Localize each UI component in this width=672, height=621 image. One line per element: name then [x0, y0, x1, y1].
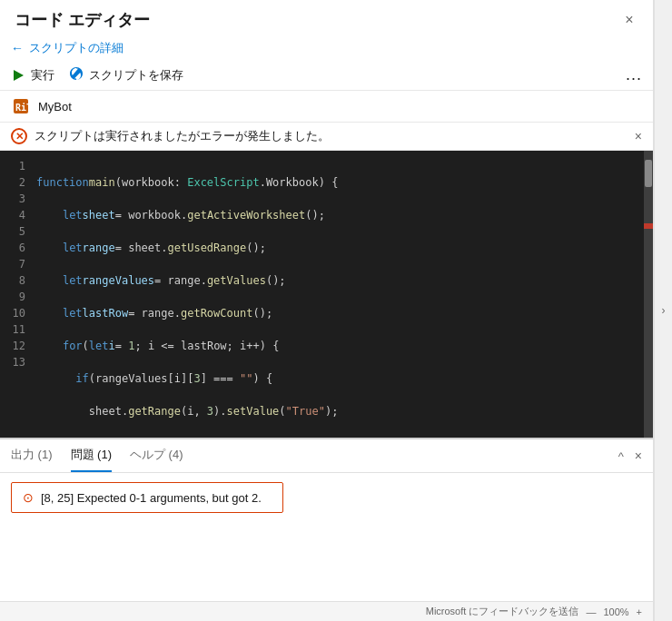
script-name-row: RiT MyBot — [0, 91, 653, 123]
toggle-arrow-icon: › — [662, 304, 666, 317]
bottom-close-button[interactable]: × — [635, 448, 642, 463]
toolbar: 実行 スクリプトを保存 ... — [0, 60, 653, 91]
error-banner-close[interactable]: × — [635, 129, 642, 143]
scrollbar-thumb[interactable] — [645, 160, 652, 187]
error-item-icon: ⊙ — [23, 490, 34, 505]
tab-output[interactable]: 出力 (1) — [11, 439, 53, 472]
zoom-level: 100% — [603, 606, 628, 617]
error-banner: ✕ スクリプトは実行されましたがエラーが発生しました。 × — [0, 123, 653, 151]
script-name: MyBot — [38, 100, 72, 113]
bottom-content: ⊙ [8, 25] Expected 0-1 arguments, but go… — [0, 473, 653, 601]
title-bar: コード エディター × — [0, 0, 653, 36]
tab-problems[interactable]: 問題 (1) — [71, 439, 113, 472]
scrollbar[interactable] — [644, 151, 653, 438]
error-banner-left: ✕ スクリプトは実行されましたがエラーが発生しました。 — [11, 128, 330, 144]
bottom-tabs: 出力 (1) 問題 (1) ヘルプ (4) — [11, 439, 183, 472]
window-title: コード エディター — [15, 9, 150, 31]
code-text[interactable]: function main(workbook: ExcelScript.Work… — [33, 151, 644, 438]
bottom-tab-controls: ^ × — [618, 448, 642, 463]
error-marker — [644, 223, 653, 229]
run-button[interactable]: 実行 — [11, 67, 54, 84]
side-toggle-button[interactable]: › — [654, 0, 672, 621]
toolbar-left: 実行 スクリプトを保存 — [11, 66, 183, 84]
error-item: ⊙ [8, 25] Expected 0-1 arguments, but go… — [11, 482, 283, 513]
error-banner-text: スクリプトは実行されましたがエラーが発生しました。 — [35, 128, 330, 144]
zoom-plus[interactable]: + — [637, 606, 642, 617]
run-label: 実行 — [31, 67, 54, 84]
back-label: スクリプトの詳細 — [29, 40, 124, 56]
status-bar: Microsoft にフィードバックを送信 — 100% + — [0, 601, 653, 621]
more-button[interactable]: ... — [626, 65, 642, 84]
close-button[interactable]: × — [617, 7, 642, 33]
error-message: [8, 25] Expected 0-1 arguments, but got … — [41, 491, 262, 505]
save-button[interactable]: スクリプトを保存 — [69, 66, 183, 84]
status-dash: — — [586, 606, 596, 617]
bottom-tabs-row: 出力 (1) 問題 (1) ヘルプ (4) ^ × — [0, 439, 653, 473]
play-icon — [11, 68, 25, 83]
script-icon: RiT — [11, 96, 31, 116]
save-label: スクリプトを保存 — [89, 67, 183, 84]
back-arrow-icon: ← — [11, 41, 24, 55]
save-icon — [69, 66, 84, 84]
svg-marker-0 — [14, 70, 24, 81]
svg-text:RiT: RiT — [15, 103, 30, 113]
tab-help[interactable]: ヘルプ (4) — [130, 439, 183, 472]
line-numbers: 1 2 3 4 5 6 7 8 9 10 11 12 13 — [0, 151, 33, 438]
feedback-link[interactable]: Microsoft にフィードバックを送信 — [426, 605, 579, 618]
error-icon: ✕ — [11, 128, 27, 144]
collapse-button[interactable]: ^ — [618, 449, 624, 463]
bottom-panel: 出力 (1) 問題 (1) ヘルプ (4) ^ × ⊙ [8, 25] Expe… — [0, 438, 653, 601]
back-button[interactable]: ← スクリプトの詳細 — [0, 36, 653, 60]
code-editor[interactable]: 1 2 3 4 5 6 7 8 9 10 11 12 13 function m… — [0, 151, 653, 438]
